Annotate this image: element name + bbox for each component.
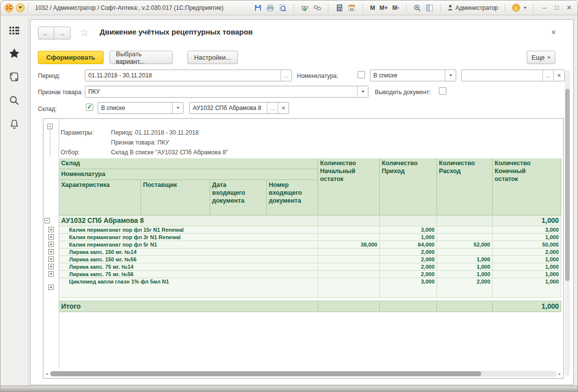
generate-button[interactable]: Сформировать bbox=[38, 51, 104, 64]
forward-button[interactable]: → bbox=[54, 27, 71, 39]
memory-recall-button[interactable]: M bbox=[369, 4, 375, 11]
zoom-icon[interactable] bbox=[413, 3, 422, 12]
col-supplier: Поставщик bbox=[141, 180, 210, 215]
parameters-period: Период: 01.11.2018 - 30.11.2018 bbox=[111, 129, 563, 139]
warehouse-clear-button[interactable]: ✕ bbox=[278, 103, 289, 113]
info-dropdown-icon[interactable] bbox=[524, 7, 527, 9]
warehouse-value-input[interactable]: АУ1032 СПб Абрамова 8 ... ✕ bbox=[189, 102, 289, 114]
table-row: Лирика капс. 150 мг. №56 2,000 1,000 1,0… bbox=[43, 256, 563, 263]
minimize-button[interactable]: – bbox=[540, 4, 549, 11]
product-sign-value[interactable]: ПКУ bbox=[85, 86, 357, 97]
current-user-button[interactable]: Администратор bbox=[447, 4, 498, 11]
print-preview-icon[interactable] bbox=[278, 3, 287, 12]
scroll-right-icon[interactable]: ▸ bbox=[558, 371, 562, 376]
expand-row-button[interactable] bbox=[48, 234, 54, 240]
warehouse-value[interactable]: АУ1032 СПб Абрамова 8 bbox=[190, 103, 267, 113]
item-qty-begin bbox=[318, 256, 380, 263]
expand-row-button[interactable] bbox=[48, 227, 54, 232]
nomenclature-value-input[interactable]: ... ✕ bbox=[461, 70, 565, 81]
expand-row-button[interactable] bbox=[48, 271, 54, 277]
chevron-down-icon[interactable] bbox=[172, 103, 183, 113]
expand-row-button[interactable] bbox=[48, 264, 54, 269]
more-button[interactable]: Еще bbox=[527, 51, 555, 64]
expand-row-button[interactable] bbox=[48, 242, 54, 247]
table-row: Лирика капс. 75 мг. №14 2,000 1,000 1,00… bbox=[43, 263, 563, 271]
close-window-button[interactable]: ✕ bbox=[565, 4, 574, 11]
item-qty-out: 2,000 bbox=[437, 278, 493, 298]
main-menu-dropdown-button[interactable] bbox=[16, 3, 25, 12]
close-form-icon[interactable]: ✕ bbox=[551, 29, 556, 36]
item-qty-begin bbox=[318, 226, 380, 234]
vertical-scrollbar[interactable] bbox=[565, 70, 570, 376]
calculator-icon[interactable] bbox=[335, 3, 344, 12]
svg-text:i: i bbox=[515, 5, 517, 11]
product-sign-label: Признак товара: bbox=[38, 89, 83, 96]
memory-plus-button[interactable]: M+ bbox=[379, 4, 388, 11]
item-qty-end: 50,000 bbox=[493, 241, 561, 249]
nomenclature-ellipsis-button[interactable]: ... bbox=[542, 70, 553, 81]
favorite-star-icon[interactable]: ☆ bbox=[80, 27, 89, 38]
col-characteristic: Характеристика bbox=[59, 180, 141, 215]
show-document-label: Выводить документ: bbox=[375, 89, 431, 96]
vertical-scrollbar-thumb[interactable] bbox=[565, 89, 570, 281]
maximize-button[interactable]: □ bbox=[552, 4, 561, 11]
history-icon[interactable] bbox=[9, 71, 20, 82]
nomenclature-condition-select[interactable]: В списке bbox=[370, 70, 456, 81]
warehouse-condition-value[interactable]: В списке bbox=[98, 103, 172, 113]
warehouse-condition-select[interactable]: В списке bbox=[98, 102, 183, 114]
print-icon[interactable] bbox=[266, 3, 275, 12]
nomenclature-label: Номенклатура: bbox=[297, 72, 338, 79]
main-menu-icon[interactable] bbox=[9, 26, 20, 35]
item-qty-in: 3,000 bbox=[380, 278, 437, 298]
notifications-icon[interactable] bbox=[9, 119, 20, 130]
memory-minus-button[interactable]: M- bbox=[392, 4, 399, 11]
save-icon[interactable] bbox=[253, 3, 262, 12]
1c-logo-icon[interactable]: 1С bbox=[4, 3, 13, 12]
scroll-left-icon[interactable]: ◂ bbox=[45, 371, 49, 376]
col-incoming-date: Дата входящего документа bbox=[210, 180, 267, 215]
nomenclature-clear-button[interactable]: ✕ bbox=[553, 70, 564, 81]
parameters-label: Параметры: bbox=[61, 129, 111, 139]
divider bbox=[293, 3, 294, 12]
nomenclature-checkbox[interactable] bbox=[358, 71, 365, 78]
go-to-link-icon[interactable] bbox=[313, 3, 322, 12]
favorites-icon[interactable] bbox=[8, 48, 20, 59]
item-qty-begin bbox=[318, 278, 380, 298]
expand-row-button[interactable] bbox=[48, 285, 54, 290]
split-window-icon[interactable] bbox=[425, 3, 434, 12]
item-name: Лирика капс. 150 мг. №14 bbox=[59, 249, 318, 256]
titlebar: 1С 1032 / Администратор / Софт-Аптека:, … bbox=[0, 0, 578, 15]
get-link-icon[interactable] bbox=[300, 3, 309, 12]
item-qty-out: 1,000 bbox=[437, 263, 493, 271]
settings-button[interactable]: Настройки... bbox=[187, 51, 238, 64]
warehouse-checkbox[interactable] bbox=[86, 104, 93, 111]
search-icon[interactable] bbox=[9, 95, 20, 106]
period-value[interactable]: 01.11.2018 - 30.11.2018 bbox=[85, 70, 281, 81]
collapse-report-button[interactable] bbox=[47, 124, 53, 129]
period-input[interactable]: 01.11.2018 - 30.11.2018 ... bbox=[85, 70, 292, 81]
more-button-label: Еще bbox=[532, 54, 544, 61]
chevron-down-icon[interactable] bbox=[445, 70, 456, 81]
calendar-icon[interactable]: 31 bbox=[347, 3, 356, 12]
group-qty-in bbox=[380, 215, 437, 226]
col-qty-begin: Количество Начальный остаток bbox=[318, 158, 380, 215]
select-variant-button[interactable]: Выбрать вариант... bbox=[109, 51, 173, 64]
show-document-checkbox[interactable] bbox=[439, 87, 446, 95]
expand-row-button[interactable] bbox=[48, 256, 54, 262]
back-button[interactable]: ← bbox=[38, 27, 54, 39]
horizontal-scrollbar[interactable]: ◂ ▸ bbox=[45, 370, 562, 377]
window-title: 1032 / Администратор / Софт-Аптека:, v.2… bbox=[35, 4, 223, 11]
expand-row-button[interactable] bbox=[48, 249, 54, 254]
svg-text:31: 31 bbox=[350, 7, 354, 10]
item-qty-end: 1,000 bbox=[493, 263, 561, 271]
nomenclature-value[interactable] bbox=[462, 70, 542, 81]
product-sign-select[interactable]: ПКУ bbox=[85, 86, 368, 98]
warehouse-ellipsis-button[interactable]: ... bbox=[267, 103, 278, 113]
info-icon[interactable]: i bbox=[511, 3, 520, 12]
nomenclature-condition-value[interactable]: В списке bbox=[370, 70, 445, 81]
collapse-group-button[interactable] bbox=[44, 218, 50, 223]
user-icon bbox=[447, 4, 453, 11]
period-ellipsis-button[interactable]: ... bbox=[281, 70, 291, 81]
chevron-down-icon[interactable] bbox=[357, 86, 368, 97]
horizontal-scrollbar-thumb[interactable] bbox=[50, 371, 481, 376]
